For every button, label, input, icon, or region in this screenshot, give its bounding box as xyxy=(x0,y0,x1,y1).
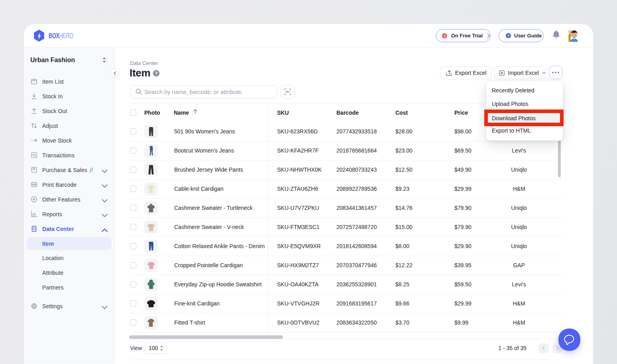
svg-text:?: ? xyxy=(507,34,510,38)
svg-text:1: 1 xyxy=(444,34,446,38)
svg-text:?: ? xyxy=(155,71,158,76)
